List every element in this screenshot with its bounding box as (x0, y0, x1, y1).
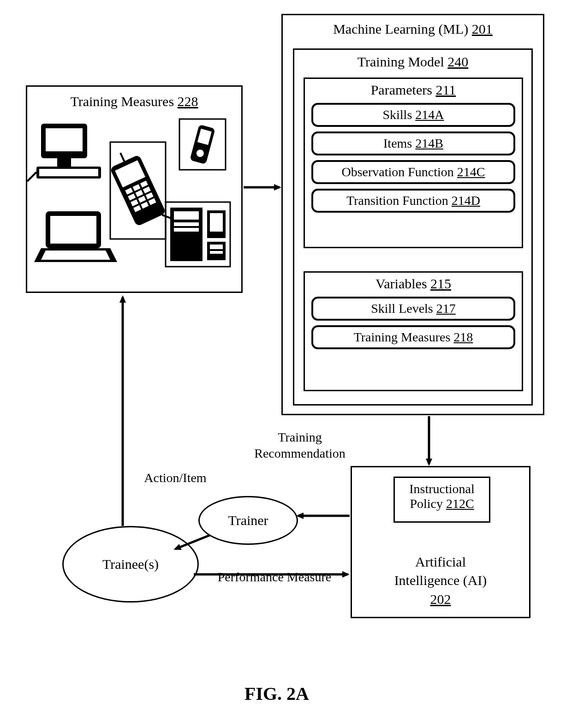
arrows-svg (0, 0, 572, 728)
diagram-canvas: Training Measures 228 (0, 0, 572, 728)
arrow-trainer-to-trainee (175, 535, 210, 549)
